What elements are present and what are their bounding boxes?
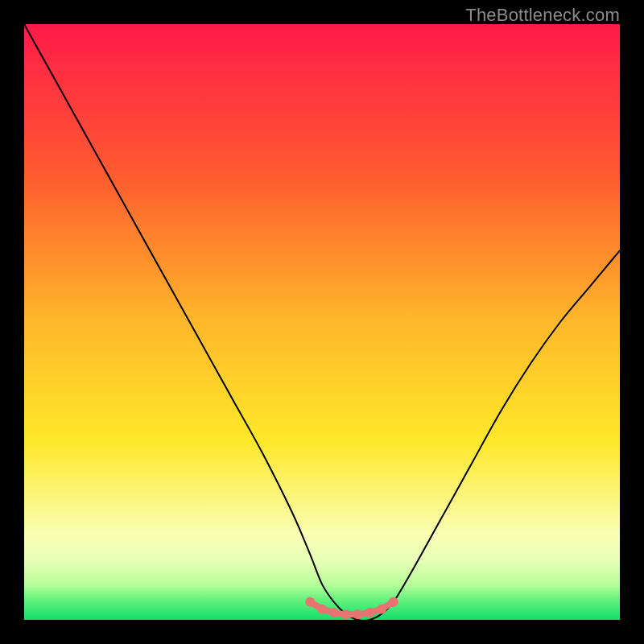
- optimal-dot: [377, 605, 386, 614]
- plot-area: [24, 24, 620, 620]
- optimal-range-dots: [305, 597, 398, 620]
- optimal-dot: [365, 608, 374, 617]
- optimal-dot: [353, 609, 362, 619]
- optimal-dot: [341, 609, 351, 619]
- watermark-text: TheBottleneck.com: [465, 5, 620, 26]
- optimal-dot: [329, 608, 339, 617]
- optimal-dot: [389, 597, 398, 607]
- optimal-dot: [317, 605, 327, 614]
- curve-layer: [24, 24, 620, 620]
- bottleneck-curve: [24, 24, 620, 620]
- optimal-dot: [305, 597, 315, 607]
- chart-frame: TheBottleneck.com: [0, 0, 644, 644]
